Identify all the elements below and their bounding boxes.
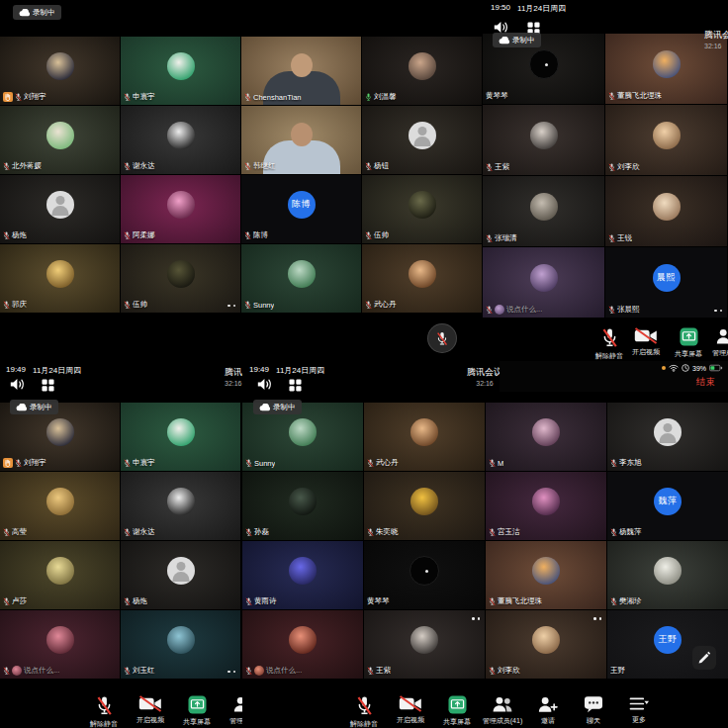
clock-icon: [682, 364, 689, 372]
mic-muted-icon: [245, 667, 252, 676]
toolbar-button-camoff[interactable]: 开启视频: [136, 695, 164, 725]
participant-nameplate: 申寰宇: [124, 458, 155, 468]
participant-tile[interactable]: Sunny: [241, 244, 361, 313]
participant-nameplate: 张晨熙: [608, 305, 640, 315]
annotate-pen-icon: [697, 651, 711, 665]
participant-tile[interactable]: 说点什么...: [0, 610, 120, 679]
participant-tile[interactable]: 杨钮: [362, 106, 482, 174]
toolbar-label: 邀请: [541, 716, 555, 726]
speaker-icon: [10, 378, 26, 391]
participant-tile[interactable]: 刘李欣: [486, 610, 606, 679]
toolbar-label: 解除静音: [90, 719, 118, 728]
toolbar-button-micoff[interactable]: 解除静音: [595, 327, 623, 361]
participant-tile[interactable]: 孙磊: [242, 472, 363, 540]
toolbar-button-share[interactable]: 共享屏幕: [183, 695, 211, 727]
participant-nameplate: 说点什么...: [486, 305, 542, 315]
cloud-recording-icon: [19, 9, 30, 17]
toolbar-button-people[interactable]: 管理成员: [712, 327, 728, 358]
avatar: [288, 260, 316, 288]
end-meeting-button[interactable]: 结束: [696, 376, 715, 389]
toolbar-button-people[interactable]: 管理成员(41): [483, 695, 522, 726]
toolbar-button-micoff[interactable]: 解除静音: [350, 695, 378, 728]
toolbar-button-more[interactable]: 更多: [629, 695, 650, 725]
participant-tile[interactable]: 刘玉红: [121, 610, 240, 679]
mic-status-icon: [15, 459, 22, 468]
participant-tile[interactable]: 王锐: [605, 176, 727, 246]
recording-label: 录制中: [33, 8, 55, 18]
participant-nameplate: 黄琴琴: [367, 596, 390, 606]
participant-tile[interactable]: 阿柔娜: [121, 175, 240, 243]
toolbar-button-invite[interactable]: 邀请: [538, 695, 559, 726]
mic-muted-icon: [3, 667, 10, 676]
participant-tile[interactable]: 高莹: [0, 472, 120, 540]
speaker-toggle[interactable]: [10, 377, 26, 395]
floating-mute-button[interactable]: [427, 323, 457, 353]
layout-switch-button[interactable]: [42, 378, 54, 396]
participant-tile[interactable]: 朱奕晓: [364, 472, 485, 540]
mic-muted-icon: [245, 528, 252, 537]
participant-tile[interactable]: 武心丹: [364, 403, 485, 471]
mic-muted-icon: [608, 234, 615, 243]
participant-tile[interactable]: 黄雨诗: [242, 541, 363, 609]
toolbar-button-micoff[interactable]: 解除静音: [90, 695, 118, 728]
participant-tile[interactable]: 樊湘珍: [607, 541, 728, 609]
mic-status-icon: [608, 163, 615, 172]
participant-nameplate: 刘李欣: [489, 666, 520, 676]
participant-tile[interactable]: 陈博 陈博: [241, 175, 361, 243]
participant-name: 黄琴琴: [486, 91, 508, 101]
mic-muted-icon: [124, 231, 131, 240]
participant-tile[interactable]: 郭庆: [0, 244, 120, 313]
participant-tile[interactable]: 申寰宇: [121, 403, 240, 471]
mic-muted-icon: [489, 597, 496, 606]
mic-status-icon: [486, 163, 493, 172]
video-person-head: [291, 123, 313, 146]
participant-tile[interactable]: 魏萍 杨魏萍: [607, 472, 728, 540]
annotate-button[interactable]: [692, 646, 716, 670]
mic-muted-icon: [365, 93, 372, 102]
participant-tile[interactable]: 杨炧: [0, 175, 120, 243]
cloud-recording-icon: [16, 404, 27, 411]
participant-tile[interactable]: 晨熙 张晨熙: [605, 247, 727, 318]
mic-status-icon: [365, 162, 372, 171]
participant-tile[interactable]: ChenshanTian: [241, 37, 361, 105]
participant-tile[interactable]: 刘翔宇: [0, 37, 120, 105]
mic-muted-icon: [610, 459, 617, 468]
layout-switch-button[interactable]: [289, 378, 302, 396]
toolbar-label: 管理成员: [712, 348, 728, 358]
participant-tile[interactable]: 北外蒋媛: [0, 106, 120, 174]
participant-tile[interactable]: 说点什么...: [483, 247, 604, 318]
participant-tile[interactable]: 武心丹: [362, 244, 482, 313]
toolbar-button-camoff[interactable]: 开启视频: [397, 695, 424, 725]
toolbar-label: 开启视频: [136, 715, 164, 725]
participant-tile[interactable]: 谢永达: [121, 472, 240, 540]
participant-tile[interactable]: M: [486, 403, 606, 471]
participant-tile[interactable]: 王紫: [364, 610, 485, 679]
participant-tile[interactable]: 说点什么...: [242, 610, 363, 679]
participant-tile[interactable]: 黄琴琴: [364, 541, 485, 609]
toolbar-button-share[interactable]: 共享屏幕: [675, 327, 702, 359]
participant-tile[interactable]: 李东旭: [607, 403, 728, 471]
toolbar-button-camoff[interactable]: 开启视频: [632, 327, 660, 357]
battery-percent: 39%: [692, 365, 706, 372]
participant-tile[interactable]: 伍帅: [362, 175, 482, 243]
toolbar-button-people[interactable]: 管理成员: [229, 695, 242, 726]
participant-tile[interactable]: 伍帅: [121, 244, 240, 313]
participant-nameplate: 武心丹: [365, 300, 397, 310]
participant-tile[interactable]: 张瑞清: [483, 176, 604, 246]
participant-tile[interactable]: 卢莎: [0, 541, 120, 609]
participant-tile[interactable]: 王紫: [483, 105, 604, 175]
speaker-toggle[interactable]: [257, 377, 273, 395]
participant-tile[interactable]: 刘李欣: [605, 105, 727, 175]
participant-name: ChenshanTian: [253, 93, 302, 102]
members-icon: [232, 695, 243, 713]
toolbar-button-share[interactable]: 共享屏幕: [443, 695, 471, 727]
participant-tile[interactable]: 宫玉洁: [486, 472, 606, 540]
toolbar-button-chat[interactable]: 聊天: [584, 695, 603, 726]
participant-tile[interactable]: 刘温馨: [362, 37, 482, 105]
participant-tile[interactable]: 董腾飞北理珠: [486, 541, 606, 609]
participant-tile[interactable]: 杨炧: [121, 541, 240, 609]
participant-tile[interactable]: 谢永达: [121, 106, 240, 174]
participant-tile[interactable]: 韩继红: [241, 106, 361, 174]
dark-avatar: [410, 556, 439, 586]
participant-tile[interactable]: 申寰宇: [121, 37, 240, 105]
